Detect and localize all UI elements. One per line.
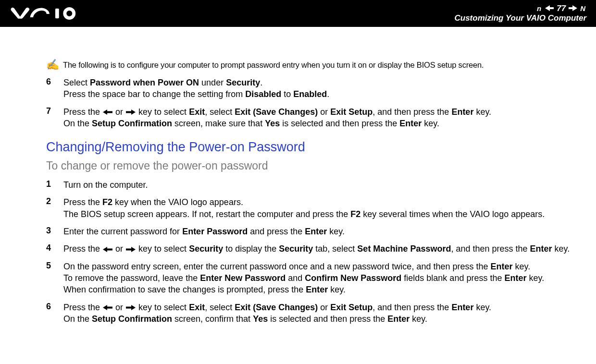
text: screen, confirm that [172,314,253,324]
text: , select [205,107,235,117]
text: key when the VAIO logo appears. [112,197,243,207]
text: fields blank and press the [401,273,504,283]
bold: Enter [306,285,328,294]
text: , and then press the [451,244,530,254]
text: Enter the current password for [63,227,182,236]
bold: Enter [504,273,526,283]
bold: Set Machine Password [357,244,451,254]
step-body: Press the or key to select Security to d… [63,243,576,255]
text: The BIOS setup screen appears. If not, r… [63,209,350,219]
text: key. [473,303,491,312]
step-number: 2 [46,196,53,220]
step-body: Press the or key to select Exit, select … [63,302,576,325]
page-content: ✍ The following is to configure your com… [0,27,596,340]
text: or [113,303,125,312]
bold: Password when Power ON [90,78,199,87]
step-row: 2 Press the F2 key when the VAIO logo ap… [46,196,576,220]
step-number: 6 [46,302,53,325]
step-number: 6 [46,77,53,100]
bold: Enter New Password [200,273,286,283]
note-icon: ✍ [46,60,59,70]
bold: Enter [399,119,422,128]
text: On the password entry screen, enter the … [63,262,491,271]
text: On the [63,119,92,128]
bold: Exit [189,303,205,312]
text: , and then press the [372,303,451,312]
bold: F2 [102,197,112,207]
bold: Security [189,244,223,254]
step-body: Enter the current password for Enter Pas… [63,226,576,237]
step-row: 1 Turn on the computer. [46,179,576,191]
step-number: 3 [46,226,53,237]
bold: Exit (Save Changes) [235,107,318,117]
text: or [113,244,125,254]
bold: Enter [451,303,473,312]
text: tab, select [313,244,357,254]
n-marker-left: n [537,5,541,12]
text: Select [63,78,90,87]
text: On the [63,314,92,324]
step-row: 4 Press the or key to select Security to… [46,243,576,255]
text: is selected and then press the [280,119,399,128]
svg-marker-8 [103,305,112,310]
bold: Enter [491,262,513,271]
text: is selected and then press the [268,314,387,324]
step-row: 5 On the password entry screen, enter th… [46,261,576,296]
text: key. [513,262,531,271]
text: , select [205,303,235,312]
text: key. [552,244,570,254]
svg-marker-6 [103,247,112,252]
bold: Disabled [245,89,281,99]
step-body: On the password entry screen, enter the … [63,261,576,296]
step-number: 5 [46,261,53,296]
vaio-logo [11,7,85,20]
step-body: Press the F2 key when the VAIO logo appe… [63,196,576,220]
text: . [260,78,262,87]
text: . [327,89,329,99]
svg-marker-3 [569,5,577,11]
text: and press the [248,227,305,236]
text: under [199,78,226,87]
header-right: n 77 N Customizing Your VAIO Computer [454,4,586,23]
text: key to select [136,303,189,312]
text: key. [327,227,345,236]
step-number: 4 [46,243,53,255]
prev-page-button[interactable] [545,5,554,11]
text: When confirmation to save the changes is… [63,285,306,294]
text: key. [526,273,544,283]
bold: Confirm New Password [305,273,401,283]
step-row: 6 Select Password when Power ON under Se… [46,77,576,100]
bold: Enabled [293,89,327,99]
bold: Exit [189,107,205,117]
bold: Setup Confirmation [92,314,172,324]
step-row: 6 Press the or key to select Exit, selec… [46,302,576,325]
text: key. [410,314,427,324]
step-row: 3 Enter the current password for Enter P… [46,226,576,237]
text: Press the [63,197,102,207]
bold: Setup Confirmation [92,119,172,128]
arrow-left-icon [103,305,112,310]
next-page-button[interactable] [569,5,577,11]
svg-marker-7 [126,247,136,252]
svg-marker-2 [545,5,554,11]
arrow-left-icon [103,247,112,252]
step-number: 7 [46,106,53,130]
text: key. [422,119,439,128]
bold: Enter [387,314,410,324]
arrow-right-icon [126,305,136,310]
text: key several times when the VAIO logo app… [360,209,545,219]
text: key to select [136,107,189,117]
text: key. [473,107,491,117]
svg-point-1 [65,9,74,18]
text: Press the [63,303,102,312]
n-marker-right: N [580,5,585,12]
bold: Yes [265,119,280,128]
text: and [286,273,305,283]
text: , and then press the [372,107,451,117]
text: Press the [63,244,102,254]
text: or [113,107,125,117]
bold: Exit Setup [330,303,372,312]
arrow-left-icon [103,109,112,115]
page-header: n 77 N Customizing Your VAIO Computer [0,0,596,27]
text: key. [328,285,346,294]
